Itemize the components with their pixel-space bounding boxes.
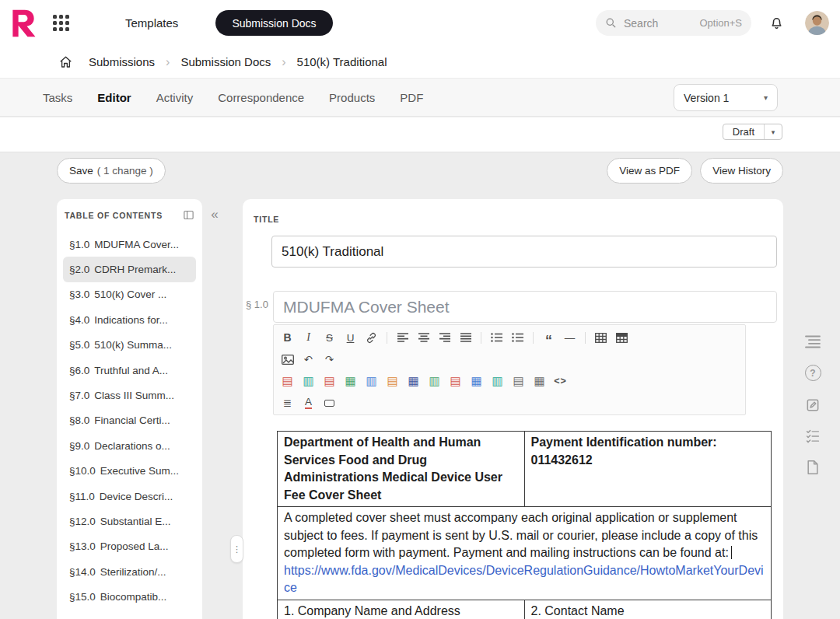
view-history-button[interactable]: View History <box>700 158 783 184</box>
status-row: Draft ▾ <box>0 117 840 152</box>
undo-icon[interactable]: ↶ <box>299 351 318 369</box>
top-bar: Templates Submission Docs Option+S <box>0 0 840 46</box>
section-block-icon[interactable]: ▦ <box>404 372 423 390</box>
toc-item-9[interactable]: §9.0Declarations o... <box>63 433 196 458</box>
sheet-block-icon[interactable]: ▥ <box>299 372 318 390</box>
save-change-count: ( 1 change ) <box>97 165 153 177</box>
tab-bar: Tasks Editor Activity Correspondence Pro… <box>0 78 840 117</box>
panel-resize-handle[interactable]: ⋮ <box>230 535 243 563</box>
toc-item-14[interactable]: §14.0Sterilization/... <box>63 559 196 584</box>
contact-cell[interactable]: 2. Contact Name Michael Peach <box>524 600 772 619</box>
toc-item-10[interactable]: §10.0Executive Sum... <box>63 459 196 484</box>
button-insert-icon[interactable] <box>320 394 339 412</box>
breadcrumb-510k-traditional[interactable]: 510(k) Traditional <box>297 55 387 68</box>
toc-item-12[interactable]: §12.0Substantial E... <box>63 509 196 533</box>
toc-item-11[interactable]: §11.0Device Descri... <box>63 484 196 509</box>
italic-icon[interactable]: I <box>299 329 318 347</box>
table-insert-block-icon[interactable]: ▦ <box>341 372 360 390</box>
view-as-pdf-button[interactable]: View as PDF <box>607 158 692 184</box>
help-icon[interactable]: ? <box>805 365 821 381</box>
status-badge[interactable]: Draft <box>723 124 764 139</box>
font-color-icon[interactable]: A <box>299 394 318 412</box>
version-selector[interactable]: Version 1 ▾ <box>674 84 778 111</box>
tab-correspondence[interactable]: Correspondence <box>218 91 304 104</box>
panel-toggle-icon[interactable] <box>183 209 194 221</box>
document-icon[interactable] <box>806 460 820 475</box>
document-title-input[interactable] <box>271 236 777 268</box>
bullet-list-icon[interactable] <box>487 329 506 347</box>
home-icon[interactable] <box>58 55 73 69</box>
code-view-icon[interactable]: <> <box>551 372 570 390</box>
toc-item-3[interactable]: §3.0510(k) Cover ... <box>63 282 196 307</box>
insert-image-icon[interactable] <box>278 351 297 369</box>
checklist-icon[interactable] <box>805 429 821 443</box>
search-box[interactable]: Option+S <box>596 10 751 36</box>
underline-icon[interactable]: U <box>341 329 360 347</box>
fda-link[interactable]: https://www.fda.gov/MedicalDevices/Devic… <box>284 564 764 595</box>
toc-item-6[interactable]: §6.0Truthful and A... <box>63 358 196 383</box>
align-left-icon[interactable] <box>393 329 412 347</box>
delete-block-icon[interactable]: ▤ <box>446 372 465 390</box>
submission-docs-button[interactable]: Submission Docs <box>215 10 332 36</box>
breadcrumb-separator: › <box>166 55 170 69</box>
toc-item-1[interactable]: §1.0MDUFMA Cover... <box>63 232 196 257</box>
breadcrumb-submission-docs[interactable]: Submission Docs <box>180 55 271 68</box>
grid-block-icon[interactable]: ▦ <box>530 372 549 390</box>
user-avatar[interactable] <box>805 11 829 35</box>
toc-item-5[interactable]: §5.0510(k) Summa... <box>63 333 196 358</box>
breadcrumb-submissions[interactable]: Submissions <box>89 55 155 68</box>
contact-label: 2. Contact Name <box>531 603 765 619</box>
toc-item-2[interactable]: §2.0CDRH Premark... <box>63 257 196 282</box>
redo-icon[interactable]: ↷ <box>320 351 339 369</box>
row-insert-icon[interactable]: ▥ <box>425 372 444 390</box>
toc-item-8[interactable]: §8.0Financial Certi... <box>63 408 196 433</box>
link-icon[interactable] <box>362 329 381 347</box>
merge-cells-icon[interactable]: ▥ <box>488 372 507 390</box>
bold-icon[interactable]: B <box>278 329 297 347</box>
toc-item-15[interactable]: §15.0Biocompatib... <box>63 584 196 609</box>
toc-item-4[interactable]: §4.0Indications for... <box>63 307 196 332</box>
numbered-list-icon[interactable] <box>508 329 527 347</box>
breadcrumb: Submissions › Submission Docs › 510(k) T… <box>0 46 840 78</box>
regdesk-logo-icon[interactable] <box>8 8 39 39</box>
doc-block-icon[interactable]: ▤ <box>320 372 339 390</box>
list-settings-icon[interactable]: ≣ <box>278 394 297 412</box>
tab-tasks[interactable]: Tasks <box>43 91 72 104</box>
table-header-icon[interactable] <box>612 329 632 347</box>
notifications-bell-icon[interactable] <box>768 15 785 31</box>
section-heading-input[interactable]: MDUFMA Cover Sheet <box>273 291 777 323</box>
tab-products[interactable]: Products <box>329 91 375 104</box>
draft-chevron-down-icon[interactable]: ▾ <box>764 124 782 139</box>
sidebar-collapse-icon[interactable]: « <box>205 205 225 225</box>
insert-table-icon[interactable] <box>591 329 611 347</box>
doc-header-left-cell[interactable]: Department of Health and Human Services … <box>278 432 525 507</box>
column-insert-icon[interactable]: ▥ <box>362 372 381 390</box>
search-input[interactable] <box>624 17 680 30</box>
doc-instructions-cell[interactable]: A completed cover sheet must accompany e… <box>278 507 772 600</box>
document-table[interactable]: Department of Health and Human Services … <box>277 431 772 619</box>
apps-grid-icon[interactable] <box>53 15 69 31</box>
outline-icon[interactable] <box>805 335 821 348</box>
toc-item-13[interactable]: §13.0Proposed La... <box>63 534 196 559</box>
media-block-icon[interactable]: ▤ <box>383 372 402 390</box>
annotate-icon[interactable] <box>805 397 821 413</box>
tab-editor[interactable]: Editor <box>97 91 131 104</box>
tab-activity[interactable]: Activity <box>156 91 194 104</box>
align-center-icon[interactable] <box>414 329 433 347</box>
strikethrough-icon[interactable]: S <box>320 329 339 347</box>
templates-link[interactable]: Templates <box>125 16 178 30</box>
tab-pdf[interactable]: PDF <box>400 91 423 104</box>
align-justify-icon[interactable] <box>456 329 475 347</box>
company-cell[interactable]: 1. Company Name and Address Harmony Heal… <box>278 600 525 619</box>
search-icon <box>605 17 617 29</box>
doc-header-right-cell[interactable]: Payment Identification number: 011432612 <box>524 432 772 507</box>
align-right-icon[interactable] <box>435 329 454 347</box>
horizontal-rule-icon[interactable]: — <box>560 329 579 347</box>
pdf-block-icon[interactable]: ▤ <box>278 372 297 390</box>
draft-status-button[interactable]: Draft ▾ <box>723 124 782 140</box>
blockquote-icon[interactable]: “ <box>539 329 558 347</box>
table-style-icon[interactable]: ▤ <box>509 372 528 390</box>
toc-item-7[interactable]: §7.0Class III Summ... <box>63 383 196 407</box>
cell-insert-icon[interactable]: ▦ <box>467 372 486 390</box>
save-button[interactable]: Save ( 1 change ) <box>57 158 166 184</box>
